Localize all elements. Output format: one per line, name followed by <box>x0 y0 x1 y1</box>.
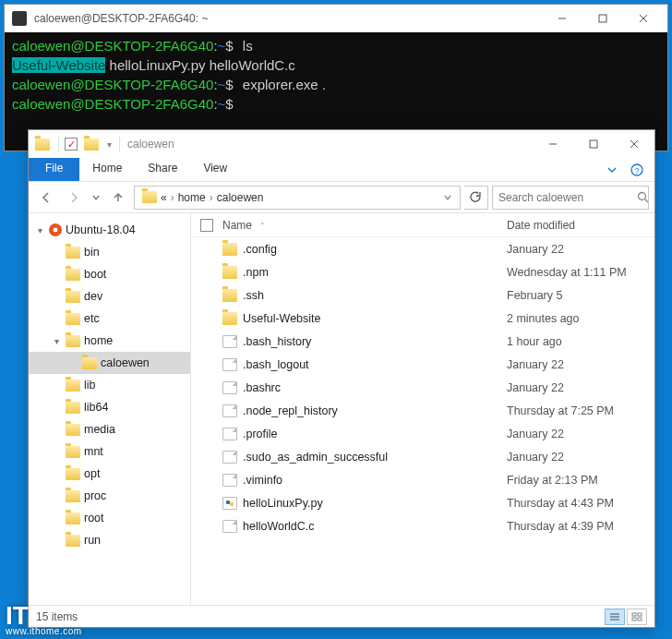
file-list-header[interactable]: Name ˄ Date modified <box>191 213 654 237</box>
tree-item-proc[interactable]: proc <box>29 485 190 507</box>
crumb-overflow[interactable]: « <box>161 191 167 204</box>
svg-rect-15 <box>632 613 636 616</box>
file-row[interactable]: .sshFebruary 5 <box>191 283 654 307</box>
file-row[interactable]: .viminfoFriday at 2:13 PM <box>191 468 654 491</box>
crumb-caloewen[interactable]: caloewen <box>217 191 264 204</box>
ubuntu-icon <box>49 223 62 236</box>
file-row[interactable]: .npmWednesday at 1:11 PM <box>191 260 654 283</box>
tab-home[interactable]: Home <box>79 158 135 181</box>
search-box[interactable] <box>492 186 649 210</box>
file-row[interactable]: .bashrcJanuary 22 <box>191 376 654 399</box>
tree-item-media[interactable]: media <box>29 418 190 440</box>
ribbon: File Home Share View ? <box>29 158 654 182</box>
disclosure-triangle-icon[interactable]: ▾ <box>34 225 45 235</box>
file-row[interactable]: helloWorldC.cThursday at 4:39 PM <box>191 514 654 537</box>
file-name: .bash_logout <box>243 358 309 371</box>
file-row[interactable]: .bash_history1 hour ago <box>191 330 654 353</box>
disclosure-triangle-icon[interactable]: ▾ <box>51 336 62 346</box>
recent-locations-button[interactable] <box>90 186 102 210</box>
close-button[interactable] <box>623 5 664 32</box>
navigation-pane[interactable]: ▾Ubuntu-18.04binbootdevetc▾homecaloewenl… <box>29 213 191 605</box>
file-row[interactable]: helloLinuxPy.pyThursday at 4:43 PM <box>191 491 654 514</box>
file-row[interactable]: Useful-Website2 minutes ago <box>191 307 654 330</box>
folder-icon <box>66 490 80 502</box>
search-input[interactable] <box>498 191 637 204</box>
file-icon <box>222 358 237 371</box>
up-button[interactable] <box>106 186 130 210</box>
tree-item-label: lib64 <box>84 401 186 414</box>
crumb-sep-icon: › <box>210 191 213 204</box>
maximize-button[interactable] <box>573 130 614 158</box>
select-all-checkbox[interactable] <box>200 219 213 232</box>
close-button[interactable] <box>614 130 654 158</box>
terminal-titlebar[interactable]: caloewen@DESKTOP-2FA6G40: ~ <box>5 5 667 32</box>
file-list[interactable]: Name ˄ Date modified .configJanuary 22.n… <box>191 213 654 605</box>
refresh-button[interactable] <box>464 186 488 210</box>
tree-item-root[interactable]: root <box>29 507 190 529</box>
tree-item-lib64[interactable]: lib64 <box>29 396 190 418</box>
tree-item-home[interactable]: ▾home <box>29 330 190 352</box>
minimize-button[interactable] <box>542 5 582 32</box>
explorer-titlebar[interactable]: ▾ caloewen <box>29 130 654 158</box>
crumb-home[interactable]: home <box>178 191 206 204</box>
tree-item-label: dev <box>84 290 186 303</box>
tree-item-label: lib <box>84 379 186 392</box>
column-name-header[interactable]: Name ˄ <box>222 219 507 232</box>
file-row[interactable]: .profileJanuary 22 <box>191 422 654 445</box>
folder-icon <box>66 446 80 458</box>
view-mode-toggle <box>605 609 647 625</box>
tree-item-mnt[interactable]: mnt <box>29 440 190 463</box>
folder-icon <box>66 247 80 259</box>
tab-file[interactable]: File <box>29 158 79 181</box>
tree-item-ubuntu-18-04[interactable]: ▾Ubuntu-18.04 <box>29 219 190 241</box>
file-row[interactable]: .node_repl_historyThursday at 7:25 PM <box>191 399 654 422</box>
folder-icon <box>222 266 237 279</box>
folder-icon <box>66 313 80 325</box>
forward-button[interactable] <box>62 186 86 210</box>
file-name: .profile <box>243 428 278 440</box>
qat-overflow[interactable]: ▾ <box>107 139 112 150</box>
file-name: .config <box>243 243 277 256</box>
file-date: Thursday at 4:43 PM <box>507 497 645 510</box>
back-button[interactable] <box>34 186 58 210</box>
tree-item-boot[interactable]: boot <box>29 263 190 285</box>
large-icons-view-button[interactable] <box>627 609 647 625</box>
details-view-button[interactable] <box>605 609 625 625</box>
minimize-button[interactable] <box>533 130 573 158</box>
tree-item-label: bin <box>84 246 186 259</box>
maximize-button[interactable] <box>582 5 623 32</box>
terminal-body[interactable]: caloewen@DESKTOP-2FA6G40:~$ ls Useful-We… <box>5 32 667 117</box>
tree-item-lib[interactable]: lib <box>29 374 190 396</box>
address-bar-dropdown[interactable] <box>439 193 456 202</box>
tree-item-caloewen[interactable]: caloewen <box>29 352 190 374</box>
file-row[interactable]: .configJanuary 22 <box>191 237 654 260</box>
address-bar[interactable]: « › home › caloewen <box>134 186 461 210</box>
tree-item-dev[interactable]: dev <box>29 285 190 307</box>
file-row[interactable]: .bash_logoutJanuary 22 <box>191 353 654 376</box>
qat-folder-icon[interactable] <box>34 135 51 153</box>
file-row[interactable]: .sudo_as_admin_successfulJanuary 22 <box>191 445 654 468</box>
terminal-output: Useful-Website helloLinuxPy.py helloWorl… <box>12 55 660 75</box>
folder-icon <box>66 335 80 347</box>
file-icon <box>222 404 237 417</box>
tree-item-bin[interactable]: bin <box>29 241 190 263</box>
tree-item-etc[interactable]: etc <box>29 307 190 330</box>
tree-item-opt[interactable]: opt <box>29 463 190 485</box>
folder-icon <box>66 468 80 480</box>
ribbon-toggle-button[interactable] <box>599 158 625 181</box>
address-bar-folder-icon <box>142 191 157 203</box>
file-icon <box>222 520 237 533</box>
file-name: .node_repl_history <box>243 404 338 417</box>
tree-item-run[interactable]: run <box>29 529 190 551</box>
file-icon <box>222 381 237 394</box>
qat-separator-2 <box>119 137 120 151</box>
file-name: .npm <box>243 266 269 279</box>
column-date-header[interactable]: Date modified <box>507 219 645 232</box>
help-button[interactable]: ? <box>625 158 649 181</box>
qat-folder-icon-2[interactable] <box>83 135 100 153</box>
tab-share[interactable]: Share <box>135 158 190 181</box>
svg-rect-17 <box>632 618 636 621</box>
terminal-title: caloewen@DESKTOP-2FA6G40: ~ <box>34 12 542 25</box>
qat-properties-checkbox[interactable] <box>63 135 79 153</box>
tab-view[interactable]: View <box>190 158 240 181</box>
